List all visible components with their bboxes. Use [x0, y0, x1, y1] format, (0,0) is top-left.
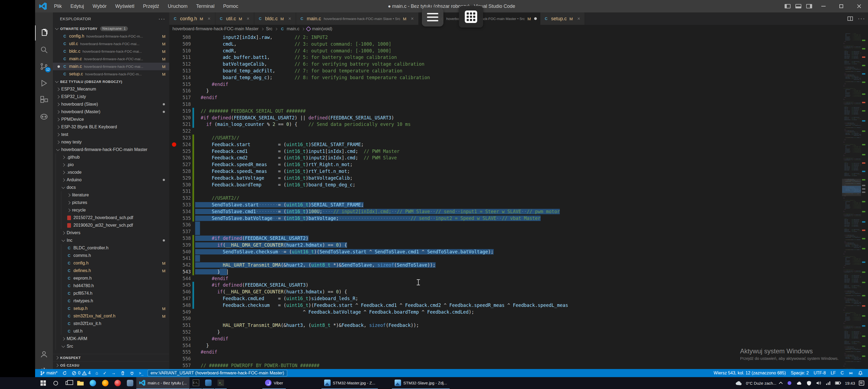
code-line[interactable]: 546 if(__HAL_DMA_GET_COUNTER(huart3.hdma… — [169, 288, 842, 295]
code-line[interactable]: 518 — [169, 101, 842, 108]
open-editor-item[interactable]: Cbldc.choverboard-firmware-hack-FOC-mai.… — [53, 48, 169, 55]
pio-terminal-button[interactable]: >_ — [136, 369, 146, 377]
tree-item[interactable]: Drivers — [53, 229, 169, 237]
line-number[interactable]: 555 — [179, 349, 191, 356]
code-text[interactable]: #endif — [195, 94, 842, 101]
gutter-glyph-margin[interactable] — [169, 356, 179, 362]
code-text[interactable]: SendToSlave.batVoltage··= (int16_t)batVo… — [195, 215, 842, 222]
hamburger-overlay[interactable] — [422, 7, 443, 26]
menu-plik[interactable]: Plik — [50, 0, 66, 12]
code-line[interactable]: 537 — [169, 228, 842, 235]
sync-status[interactable] — [60, 369, 69, 377]
gutter-glyph-margin[interactable] — [169, 135, 179, 141]
line-number[interactable]: 546 — [179, 288, 191, 295]
line-number[interactable]: 547 — [179, 295, 191, 302]
line-number[interactable]: 553 — [179, 335, 191, 342]
gutter-glyph-margin[interactable] — [169, 114, 179, 121]
tree-item[interactable]: Ceeprom.h — [53, 275, 169, 282]
gutter-glyph-margin[interactable] — [169, 215, 179, 222]
gutter-glyph-margin[interactable] — [169, 335, 179, 342]
gutter-glyph-margin[interactable] — [169, 362, 179, 369]
code-text[interactable]: //USART3// — [195, 135, 842, 141]
tab-util.c-1[interactable]: Cutil.cM× — [215, 12, 254, 25]
tab-main.c-3[interactable]: Cmain.choverboard-firmware-hack-FOC-main… — [296, 12, 418, 25]
code-text[interactable] — [195, 188, 842, 195]
tree-item[interactable]: hoverboard (Slave) — [53, 101, 169, 108]
code-text[interactable]: } — [195, 87, 842, 94]
line-number[interactable]: 525 — [179, 148, 191, 155]
dirty-indicator-icon[interactable] — [534, 17, 537, 20]
code-text[interactable]: cmdR, // 4: output command: [-1000, 1000… — [195, 48, 842, 54]
line-number[interactable]: 508 — [179, 34, 191, 41]
line-number[interactable]: 539 — [179, 242, 191, 249]
code-text[interactable] — [195, 101, 842, 108]
workspace-header[interactable]: BEZ TYTUŁU (OBSZAR ROBOCZY) — [53, 78, 169, 85]
line-number[interactable]: 545 — [179, 282, 191, 288]
breadcrumb-item[interactable]: Src — [266, 26, 272, 31]
code-line[interactable]: 521 if (main_loop_counter % 2 == 0) { //… — [169, 121, 842, 128]
close-icon[interactable]: × — [287, 16, 292, 22]
code-line[interactable]: 539 if(__HAL_DMA_GET_COUNTER(huart2.hdma… — [169, 242, 842, 249]
line-number[interactable]: 548 — [179, 302, 191, 309]
gutter-glyph-margin[interactable] — [169, 101, 179, 108]
code-line[interactable]: 528 Feedback.speedL_meas = (int16_t)rtY_… — [169, 168, 842, 175]
tree-item[interactable]: hoverboard-firmware-hack-FOC-main Master — [53, 146, 169, 154]
code-line[interactable]: 533 SendToSlave.start·······= (uint16_t)… — [169, 201, 842, 208]
gutter-glyph-margin[interactable] — [169, 54, 179, 61]
gutter-glyph-margin[interactable] — [169, 201, 179, 208]
problems-status[interactable]: 0 4 — [69, 369, 93, 377]
task-view-button[interactable] — [62, 377, 74, 389]
line-number[interactable]: 509 — [179, 41, 191, 48]
breadcrumb-item[interactable]: main(void) — [312, 26, 332, 31]
tree-item[interactable]: recycle — [53, 206, 169, 214]
tree-item[interactable]: Cstm32f1xx_hal_conf.hM — [53, 312, 169, 320]
code-text[interactable]: batVoltageCalib, // 6: for verifying bat… — [195, 61, 842, 67]
code-line[interactable]: 515 #endif — [169, 81, 842, 88]
line-number[interactable]: 540 — [179, 249, 191, 255]
gutter-glyph-margin[interactable] — [169, 208, 179, 215]
code-line[interactable]: 511 adc_buffer.batt1, // 5: for battery … — [169, 54, 842, 61]
tree-item[interactable]: hoverboard (Master) — [53, 108, 169, 116]
tree-item[interactable]: .pio — [53, 161, 169, 169]
line-number[interactable]: 557 — [179, 362, 191, 369]
code-text[interactable]: Feedback.speedL_meas = (int16_t)rtY_Left… — [195, 168, 842, 175]
tab-bldc.c-2[interactable]: Cbldc.cM× — [254, 12, 296, 25]
gutter-glyph-margin[interactable] — [169, 141, 179, 148]
code-text[interactable]: ^ Feedback.batVoltage ^ Feedback.boardTe… — [195, 309, 842, 315]
code-text[interactable]: SendToSlave.cmd1········= (int16_t)100U;… — [195, 208, 842, 215]
notifications-bell[interactable] — [856, 371, 865, 376]
tree-item[interactable]: PPMDevice — [53, 116, 169, 123]
line-number[interactable]: 543 — [179, 269, 191, 275]
gutter-glyph-margin[interactable] — [169, 182, 179, 188]
gutter-glyph-margin[interactable] — [169, 282, 179, 288]
code-line[interactable]: 516 } — [169, 87, 842, 94]
clock[interactable]: 19:43 — [845, 381, 855, 386]
tree-item[interactable]: .github — [53, 154, 169, 161]
code-text[interactable]: Feedback.cmdLed = (uint16_t)sideboard_le… — [195, 295, 842, 302]
firefox-button[interactable] — [99, 377, 112, 389]
code-line[interactable]: 549 ^ Feedback.batVoltage ^ Feedback.boa… — [169, 309, 842, 315]
tree-item[interactable]: pictures — [53, 199, 169, 206]
line-number[interactable]: 530 — [179, 182, 191, 188]
tree-item[interactable]: Csetup.hM — [53, 305, 169, 312]
code-text[interactable]: Feedback.checksum = (uint16_t)(Feedback.… — [195, 302, 842, 309]
line-number[interactable]: 531 — [179, 188, 191, 195]
gutter-glyph-margin[interactable] — [169, 315, 179, 322]
code-text[interactable]: if(__HAL_DMA_GET_COUNTER(huart2.hdmatx) … — [195, 242, 842, 249]
encoding-status[interactable]: UTF-8 — [811, 371, 828, 376]
menu-pomoc[interactable]: Pomoc — [219, 0, 243, 12]
tree-item[interactable]: ESP32_Listy — [53, 93, 169, 101]
line-number[interactable]: 541 — [179, 255, 191, 262]
tree-item[interactable]: Cconfig.hM — [53, 259, 169, 267]
code-text[interactable]: SendToSlave.start·······= (uint16_t)SERI… — [195, 201, 842, 208]
tree-item[interactable]: CBLDC_controller.h — [53, 244, 169, 252]
code-line[interactable]: 512 batVoltageCalib, // 6: for verifying… — [169, 61, 842, 67]
pio-clean-button[interactable] — [118, 369, 127, 377]
broadcast-icon[interactable] — [846, 371, 856, 376]
line-number[interactable]: 552 — [179, 329, 191, 335]
cursor-position-status[interactable]: Wiersz 543, kol. 12 (zaznaczono 685) — [711, 371, 788, 376]
menu-edytuj[interactable]: Edytuj — [66, 0, 88, 12]
gutter-glyph-margin[interactable] — [169, 128, 179, 135]
line-number[interactable]: 534 — [179, 208, 191, 215]
gutter-glyph-margin[interactable] — [169, 242, 179, 249]
